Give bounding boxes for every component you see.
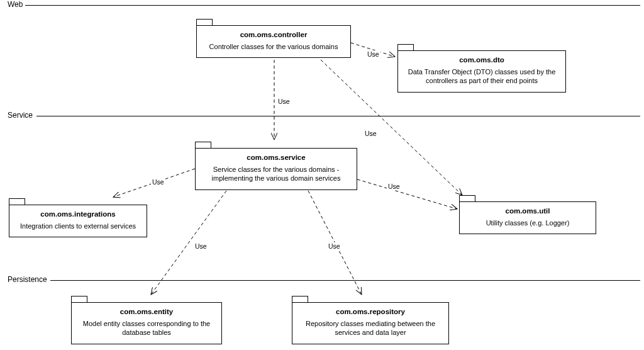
package-tab-icon: [195, 142, 211, 148]
package-tab-icon: [71, 296, 87, 302]
package-tab-icon: [292, 296, 308, 302]
package-desc: Service classes for the various domains …: [202, 165, 350, 183]
edge-label-service-entity: Use: [194, 242, 208, 250]
package-title: com.oms.controller: [203, 31, 344, 38]
package-title: com.oms.util: [466, 207, 589, 215]
package-desc: Controller classes for the various domai…: [203, 42, 344, 51]
edge-label-controller-dto: Use: [366, 50, 380, 58]
package-controller: com.oms.controller Controller classes fo…: [196, 25, 351, 58]
package-tab-icon: [397, 44, 414, 50]
package-service: com.oms.service Service classes for the …: [195, 148, 357, 190]
layer-line-service: [36, 116, 640, 116]
svg-line-4: [357, 179, 457, 209]
package-title: com.oms.service: [202, 154, 350, 161]
package-desc: Data Transfer Object (DTO) classes used …: [404, 67, 559, 86]
package-tab-icon: [9, 198, 25, 205]
edge-label-service-repository: Use: [327, 242, 341, 250]
package-desc: Model entity classes corresponding to th…: [78, 319, 215, 337]
package-desc: Repository classes mediating between the…: [299, 319, 442, 337]
package-title: com.oms.dto: [404, 56, 559, 64]
package-desc: Utility classes (e.g. Logger): [466, 218, 589, 227]
package-title: com.oms.entity: [78, 308, 215, 315]
package-dto: com.oms.dto Data Transfer Object (DTO) c…: [397, 50, 566, 93]
package-repository: com.oms.repository Repository classes me…: [292, 302, 449, 344]
package-title: com.oms.repository: [299, 308, 442, 315]
layer-line-persistence: [50, 280, 640, 281]
layer-label-web: Web: [8, 0, 23, 9]
package-util: com.oms.util Utility classes (e.g. Logge…: [459, 201, 596, 234]
package-tab-icon: [196, 19, 213, 25]
layer-line-web: [25, 5, 640, 6]
edge-label-controller-service: Use: [277, 98, 291, 105]
package-desc: Integration clients to external services: [16, 222, 140, 230]
package-integrations: com.oms.integrations Integration clients…: [9, 205, 147, 237]
package-entity: com.oms.entity Model entity classes corr…: [71, 302, 222, 344]
layer-label-persistence: Persistence: [8, 275, 47, 284]
package-title: com.oms.integrations: [16, 210, 140, 218]
layer-label-service: Service: [8, 111, 33, 120]
edge-label-service-integrations: Use: [151, 178, 165, 186]
edge-label-controller-util: Use: [364, 130, 378, 137]
package-tab-icon: [459, 195, 475, 201]
edge-label-service-util: Use: [387, 183, 401, 190]
svg-line-5: [151, 191, 226, 295]
